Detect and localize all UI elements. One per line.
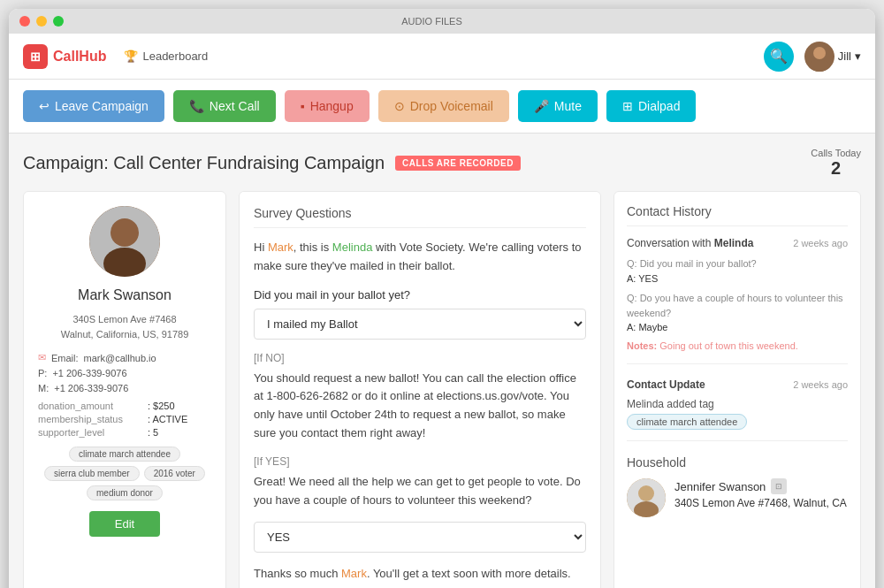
block-yes-label: [If YES]: [254, 455, 586, 468]
contact-tags: climate march attendee sierra club membe…: [38, 447, 211, 500]
edit-button[interactable]: Edit: [89, 511, 160, 537]
campaign-header: Campaign: Call Center Fundraising Campai…: [23, 148, 861, 179]
next-call-button[interactable]: 📞 Next Call: [173, 90, 276, 122]
campaign-title: Campaign: Call Center Fundraising Campai…: [23, 153, 385, 173]
household-member-address: 340S Lemon Ave #7468, Walnut, CA: [674, 495, 847, 511]
hangup-label: Hangup: [310, 99, 354, 113]
field-key-supporter: supporter_level: [38, 427, 144, 438]
leaderboard-link[interactable]: 🏆 Leaderboard: [124, 50, 208, 63]
contact-fields: donation_amount : $250 membership_status…: [38, 401, 211, 438]
household-title: Household: [627, 455, 848, 470]
avatar: [804, 42, 834, 72]
toolbar: ↩ Leave Campaign 📞 Next Call ▪ Hangup ⊙ …: [9, 80, 875, 134]
mic-icon: 🎤: [534, 99, 549, 113]
survey-answer1-select[interactable]: I mailed my Ballot I have not mailed my …: [254, 309, 586, 340]
field-membership: membership_status : ACTIVE: [38, 414, 211, 424]
hangup-button[interactable]: ▪ Hangup: [285, 90, 370, 122]
household-name-row: Jennifer Swanson ⊡: [674, 478, 847, 496]
history-notes: Notes: Going out of town this weekend.: [627, 340, 848, 351]
hangup-icon: ▪: [301, 99, 305, 113]
update-action: Melinda added tag: [627, 398, 848, 410]
main-content: Campaign: Call Center Fundraising Campai…: [9, 134, 875, 588]
user-name: Jill: [838, 50, 851, 63]
contact-address-line1: 340S Lemon Ave #7468: [72, 314, 176, 325]
survey-answer2-select[interactable]: YES NO Maybe: [254, 522, 586, 553]
field-donation: donation_amount : $250: [38, 401, 211, 411]
block-no-text: You should request a new ballot! You can…: [254, 370, 586, 443]
household-section: Household Jennifer Swanson: [627, 455, 848, 530]
calls-recorded-badge: CALLS ARE RECORDED: [395, 156, 521, 171]
brand-name: CallHub: [53, 49, 106, 65]
user-menu[interactable]: Jill ▾: [804, 42, 861, 72]
block-no-label: [If NO]: [254, 352, 586, 364]
brand-logo: ⊞ CallHub: [23, 44, 106, 69]
update-header: Contact Update 2 weeks ago: [627, 378, 848, 391]
email-label: Email:: [51, 353, 79, 363]
intro-agent-link: Melinda: [332, 241, 373, 254]
email-icon: ✉: [38, 352, 46, 363]
content-grid: Mark Swanson 340S Lemon Ave #7468 Walnut…: [23, 191, 861, 588]
navbar: ⊞ CallHub 🏆 Leaderboard 🔍 Jill ▾: [9, 34, 875, 80]
svg-point-1: [809, 59, 830, 72]
contact-update-section: Contact Update 2 weeks ago Melinda added…: [627, 378, 848, 441]
conversation-section: Conversation with Melinda 2 weeks ago Q:…: [627, 237, 848, 364]
window-tab: AUDIO FILES: [9, 16, 865, 27]
contact-email: mark@callhub.io: [84, 353, 156, 363]
calls-today-count: 2: [811, 158, 861, 179]
drop-voicemail-button[interactable]: ⊙ Drop Voicemail: [378, 90, 509, 122]
phone-icon: 📞: [189, 99, 204, 113]
qa-q1: Q: Did you mail in your ballot?: [627, 256, 848, 271]
field-val-donation: : $250: [148, 401, 175, 411]
conversation-time: 2 weeks ago: [793, 238, 848, 248]
conversation-who: Conversation with Melinda: [627, 237, 753, 249]
contact-phone-p: +1 206-339-9076: [52, 368, 126, 378]
title-bar: AUDIO FILES: [9, 9, 875, 34]
tag-voter: 2016 voter: [144, 466, 205, 481]
block-yes-text: Great! We need all the help we can get t…: [254, 473, 586, 510]
update-tag: climate march attendee: [627, 414, 747, 430]
update-label: Contact Update: [627, 378, 705, 391]
chevron-down-icon: ▾: [855, 50, 861, 63]
leave-campaign-label: Leave Campaign: [55, 99, 149, 113]
tag-sierra: sierra club member: [44, 466, 140, 481]
dialpad-button[interactable]: ⊞ Dialpad: [606, 90, 696, 122]
calls-today: Calls Today 2: [811, 148, 861, 179]
qa-a1: A: YES: [627, 271, 848, 286]
update-time: 2 weeks ago: [793, 379, 848, 390]
drop-voicemail-label: Drop Voicemail: [410, 99, 493, 113]
qa-row-1: Q: Did you mail in your ballot? A: YES: [627, 256, 848, 286]
contact-email-row: ✉ Email: mark@callhub.io: [38, 352, 211, 363]
intro-name-link[interactable]: Mark: [268, 241, 293, 254]
field-key-membership: membership_status: [38, 414, 144, 424]
contact-phone-p-row: P: +1 206-339-9076: [38, 368, 211, 378]
field-supporter: supporter_level : 5: [38, 427, 211, 438]
dialpad-icon: ⊞: [622, 99, 633, 113]
trophy-icon: 🏆: [124, 50, 138, 63]
household-info: Jennifer Swanson ⊡ 340S Lemon Ave #7468,…: [674, 478, 847, 512]
survey-question1: Did you mail in your ballot yet?: [254, 288, 586, 302]
contact-panel: Mark Swanson 340S Lemon Ave #7468 Walnut…: [23, 191, 226, 588]
household-link-icon[interactable]: ⊡: [771, 478, 787, 494]
leave-campaign-button[interactable]: ↩ Leave Campaign: [23, 90, 164, 122]
history-title: Contact History: [627, 204, 848, 226]
contact-avatar: [89, 206, 160, 277]
tag-climate: climate march attendee: [69, 447, 180, 462]
phone-p-icon: P:: [38, 368, 47, 378]
survey-intro: Hi Mark, this is Melinda with Vote Socie…: [254, 239, 586, 276]
mute-button[interactable]: 🎤 Mute: [518, 90, 598, 122]
closing-name-link[interactable]: Mark: [341, 567, 367, 580]
svg-point-3: [110, 218, 139, 247]
contact-phone-m: +1 206-339-9076: [54, 383, 128, 393]
conversation-header: Conversation with Melinda 2 weeks ago: [627, 237, 848, 249]
voicemail-icon: ⊙: [394, 99, 405, 113]
dialpad-label: Dialpad: [638, 99, 680, 113]
svg-point-0: [813, 47, 826, 59]
nav-right: 🔍 Jill ▾: [764, 42, 861, 72]
brand-icon: ⊞: [23, 44, 48, 69]
next-call-label: Next Call: [210, 99, 260, 113]
survey-panel: Survey Questions Hi Mark, this is Melind…: [239, 191, 601, 588]
search-button[interactable]: 🔍: [764, 42, 794, 72]
household-member-name: Jennifer Swanson: [674, 478, 766, 496]
calls-today-label: Calls Today: [811, 148, 861, 158]
household-member: Jennifer Swanson ⊡ 340S Lemon Ave #7468,…: [627, 478, 848, 517]
